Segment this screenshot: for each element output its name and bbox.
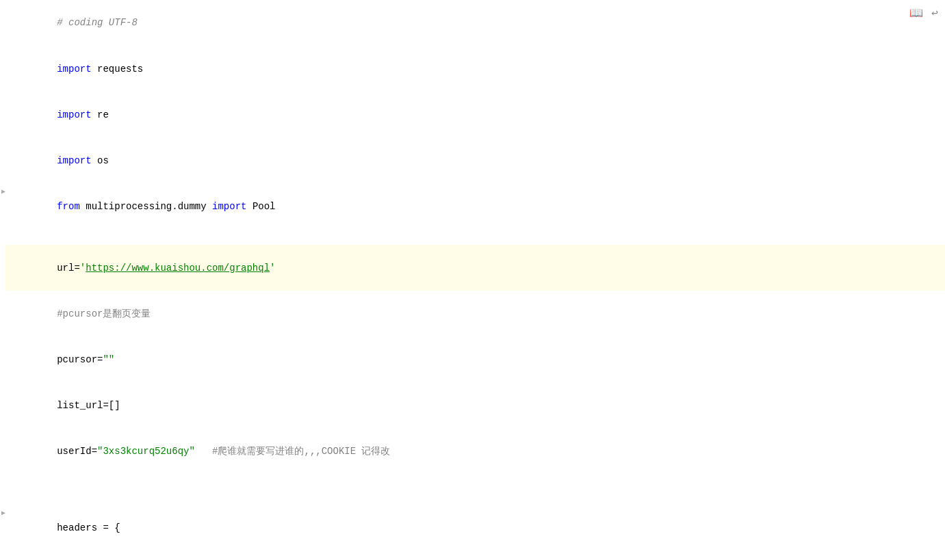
comment-pcursor: #pcursor是翻页变量 (57, 308, 151, 319)
gutter-6 (0, 230, 5, 245)
gutter-3 (0, 92, 5, 137)
toolbar: 📖 ↩ (909, 5, 938, 23)
content-12 (5, 475, 945, 490)
gutter-4 (0, 138, 5, 184)
editor-container: 📖 ↩ # coding UTF-8 import requests impor… (0, 0, 945, 560)
plain-pool: Pool (246, 201, 275, 212)
content-15: 'User-Agent': 'Mozilla/5.0 (Windows NT 1… (5, 551, 945, 560)
kw-import2: import (57, 109, 91, 120)
gutter-2 (0, 46, 5, 92)
back-icon[interactable]: ↩ (931, 5, 938, 23)
plain-pcursor: pcursor= (57, 354, 103, 365)
line-9: pcursor="" (0, 337, 945, 383)
line-8: #pcursor是翻页变量 (0, 291, 945, 336)
gutter-5 (0, 184, 5, 230)
gutter-9 (0, 337, 5, 383)
line-12 (0, 475, 945, 490)
gutter-13 (0, 490, 5, 505)
gutter-15 (0, 551, 5, 560)
content-9: pcursor="" (5, 337, 945, 383)
kw-import3: import (57, 155, 91, 166)
content-13 (5, 490, 945, 505)
gutter-10 (0, 383, 5, 429)
line-11: userId="3xs3kcurq52u6qy" #爬谁就需要写进谁的,,,CO… (0, 429, 945, 475)
plain-list-url: list_url=[] (57, 400, 120, 411)
content-8: #pcursor是翻页变量 (5, 291, 945, 336)
plain-userid-var: userId= (57, 446, 97, 457)
line-2: import requests (0, 46, 945, 92)
content-11: userId="3xs3kcurq52u6qy" #爬谁就需要写进谁的,,,CO… (5, 429, 945, 475)
str-url-quote2: ' (270, 263, 275, 274)
str-pcursor-val: "" (103, 354, 114, 365)
str-userid-val: "3xs3kcurq52u6qy" (97, 446, 195, 457)
kw-import: import (57, 64, 91, 75)
gutter-11 (0, 429, 5, 475)
line-14: headers = { (0, 505, 945, 551)
plain-os: os (92, 155, 109, 166)
gutter-8 (0, 291, 5, 336)
line-13 (0, 490, 945, 505)
plain-requests: requests (92, 64, 144, 75)
gutter-14 (0, 505, 5, 551)
content-14: headers = { (5, 505, 945, 551)
comment-userid: #爬谁就需要写进谁的,,,COOKIE 记得改 (212, 446, 390, 457)
plain-userid-space (195, 446, 212, 457)
plain-url-var: url= (57, 263, 80, 274)
kw-from: from (57, 201, 80, 212)
line-10: list_url=[] (0, 383, 945, 429)
line-4: import os (0, 138, 945, 184)
comment-coding: # coding UTF-8 (57, 17, 138, 28)
content-2: import requests (5, 46, 945, 92)
line-7: url='https://www.kuaishou.com/graphql' (0, 245, 945, 291)
content-10: list_url=[] (5, 383, 945, 429)
content-3: import re (5, 92, 945, 137)
gutter-7 (0, 245, 5, 291)
code-area[interactable]: # coding UTF-8 import requests import re… (0, 0, 945, 560)
content-6 (5, 230, 945, 245)
content-5: from multiprocessing.dummy import Pool (5, 184, 945, 230)
plain-re: re (92, 109, 109, 120)
line-6 (0, 230, 945, 245)
plain-headers-open: headers = { (57, 522, 120, 533)
str-url-quote1: ' (80, 263, 86, 274)
kw-import4: import (212, 201, 246, 212)
content-7: url='https://www.kuaishou.com/graphql' (5, 245, 945, 291)
book-icon[interactable]: 📖 (909, 5, 923, 23)
plain-multiprocessing: multiprocessing.dummy (80, 201, 212, 212)
gutter-1 (0, 0, 5, 46)
content-1: # coding UTF-8 (5, 0, 945, 46)
str-url-link[interactable]: https://www.kuaishou.com/graphql (86, 263, 270, 274)
gutter-12 (0, 475, 5, 490)
line-3: import re (0, 92, 945, 137)
line-5: from multiprocessing.dummy import Pool (0, 184, 945, 230)
line-15: 'User-Agent': 'Mozilla/5.0 (Windows NT 1… (0, 551, 945, 560)
content-4: import os (5, 138, 945, 184)
line-1: # coding UTF-8 (0, 0, 945, 46)
